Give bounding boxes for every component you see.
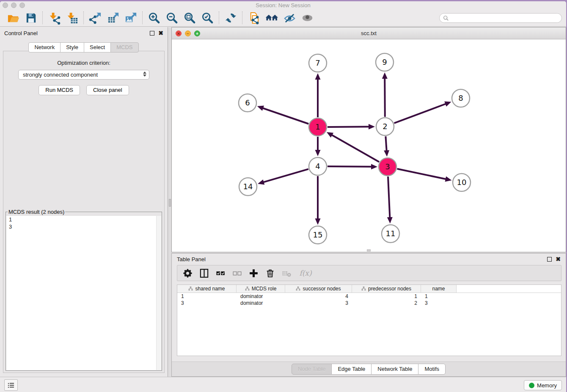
criterion-dropdown[interactable]: strongly connected component: [18, 70, 149, 80]
graph-edge-arrow: [445, 177, 452, 182]
float-panel-icon[interactable]: [150, 31, 154, 36]
graph-edge-2-3[interactable]: [385, 136, 386, 151]
graph-edge-3-11[interactable]: [388, 177, 390, 218]
graph-edge-3-1[interactable]: [331, 135, 379, 162]
import-network-button[interactable]: [45, 11, 63, 25]
home-button[interactable]: [263, 11, 281, 25]
toolbar-separator: [142, 11, 143, 24]
run-mcds-button[interactable]: Run MCDS: [39, 85, 80, 95]
network-zoom-button[interactable]: +: [194, 30, 200, 36]
zoom-out-button[interactable]: [163, 11, 181, 25]
network-canvas[interactable]: 7968124314101511: [172, 39, 566, 252]
import-table-icon: [66, 11, 79, 25]
zoom-selected-button[interactable]: [198, 11, 216, 25]
workspace: Control Panel ✖ NetworkStyleSelectMCDS O…: [0, 27, 566, 377]
control-panel-title: Control Panel: [4, 30, 150, 36]
tab-style[interactable]: Style: [60, 42, 84, 52]
table-header-row: shared nameMCDS rolesuccessor nodesprede…: [177, 285, 561, 293]
column-header-successor-nodes[interactable]: successor nodes: [285, 285, 352, 293]
clone-network-icon: [248, 11, 261, 25]
refresh-button[interactable]: [222, 11, 239, 25]
refresh-icon: [224, 11, 237, 25]
hide-selected-icon: [283, 11, 296, 25]
column-label: shared name: [195, 286, 225, 292]
export-table-button[interactable]: [104, 11, 122, 25]
column-header-shared-name[interactable]: shared name: [177, 285, 237, 293]
column-header-MCDS-role[interactable]: MCDS role: [237, 285, 285, 293]
list-icon: [7, 382, 15, 389]
graph-edge-4-3[interactable]: [328, 166, 372, 167]
show-panels-button[interactable]: [4, 379, 18, 391]
graph-edge-3-10[interactable]: [397, 169, 446, 179]
network-close-button[interactable]: ✕: [176, 30, 182, 36]
network-graph: 7968124314101511: [172, 39, 566, 252]
import-table-button[interactable]: [63, 11, 81, 25]
memory-label: Memory: [537, 382, 557, 389]
graph-edge-2-9[interactable]: [385, 78, 385, 117]
memory-button[interactable]: Memory: [524, 380, 562, 390]
network-minimize-button[interactable]: −: [185, 30, 191, 36]
mcds-result-line: 1: [6, 216, 161, 223]
add-button[interactable]: [248, 268, 259, 278]
table-cell: 4: [285, 293, 352, 300]
clone-network-button[interactable]: [245, 11, 263, 25]
deselect-all-button[interactable]: [232, 268, 242, 278]
table-row[interactable]: 3dominator323: [177, 300, 561, 306]
table-close-panel-icon[interactable]: ✖: [556, 257, 561, 262]
show-all-button[interactable]: [298, 11, 316, 25]
maximize-window-button[interactable]: [19, 3, 25, 8]
panel-splitter-handle[interactable]: [169, 199, 171, 207]
add-icon: [249, 268, 259, 278]
zoom-in-button[interactable]: [145, 11, 163, 25]
column-header-name[interactable]: name: [421, 285, 457, 293]
canvas-resize-handle[interactable]: [367, 249, 371, 251]
tab-mcds[interactable]: MCDS: [110, 42, 138, 52]
column-type-icon: [296, 287, 300, 291]
trash-button[interactable]: [265, 268, 275, 278]
tab-motifs[interactable]: Motifs: [418, 364, 446, 375]
tab-edge-table[interactable]: Edge Table: [331, 364, 372, 375]
column-header-predecessor-nodes[interactable]: predecessor nodes: [352, 285, 421, 293]
import-network-icon: [48, 11, 61, 25]
graph-edge-arrow: [315, 218, 321, 225]
close-panel-button[interactable]: Close panel: [86, 85, 129, 95]
optimization-criterion-label: Optimization criterion:: [3, 60, 164, 66]
open-folder-button[interactable]: [4, 11, 22, 25]
close-window-button[interactable]: [3, 3, 8, 8]
tab-node-table[interactable]: Node Table: [292, 364, 332, 375]
mcds-result-title: MCDS result (2 nodes): [8, 209, 65, 215]
export-image-button[interactable]: [122, 11, 140, 25]
zoom-fit-button[interactable]: [181, 11, 198, 25]
table-cell: 1: [177, 293, 237, 300]
table-float-panel-icon[interactable]: [547, 257, 552, 262]
tab-network-table[interactable]: Network Table: [371, 364, 418, 375]
criterion-value: strongly connected component: [23, 72, 98, 78]
table-row[interactable]: 1dominator411: [177, 293, 561, 300]
hide-selected-button[interactable]: [281, 11, 298, 25]
save-button[interactable]: [22, 11, 40, 25]
tab-select[interactable]: Select: [84, 42, 111, 52]
graph-edge-arrow: [257, 106, 264, 111]
function-button: f(x): [298, 268, 313, 278]
graph-edge-1-2[interactable]: [328, 127, 369, 127]
mcds-result-textarea[interactable]: 13: [6, 216, 161, 370]
graph-edge-4-14[interactable]: [263, 169, 308, 182]
search-input[interactable]: [449, 14, 561, 22]
minimize-window-button[interactable]: [11, 3, 17, 8]
table-toolbar: f(x): [177, 265, 561, 281]
app-window-controls: [3, 3, 25, 8]
table-cell: 2: [352, 300, 421, 306]
close-panel-icon[interactable]: ✖: [158, 31, 163, 36]
graph-node-label-3: 3: [385, 162, 390, 171]
graph-edge-arrow: [315, 73, 321, 80]
select-all-button[interactable]: [215, 268, 226, 278]
graph-node-label-11: 11: [386, 229, 396, 238]
gear-button[interactable]: [182, 268, 193, 278]
columns-button[interactable]: [199, 268, 209, 278]
export-network-button[interactable]: [86, 11, 104, 25]
graph-edge-2-8[interactable]: [394, 104, 446, 123]
graph-edge-arrow: [315, 150, 321, 156]
tab-network[interactable]: Network: [28, 42, 61, 52]
result-scrollbar[interactable]: [156, 216, 161, 370]
graph-edge-1-6[interactable]: [262, 108, 308, 124]
